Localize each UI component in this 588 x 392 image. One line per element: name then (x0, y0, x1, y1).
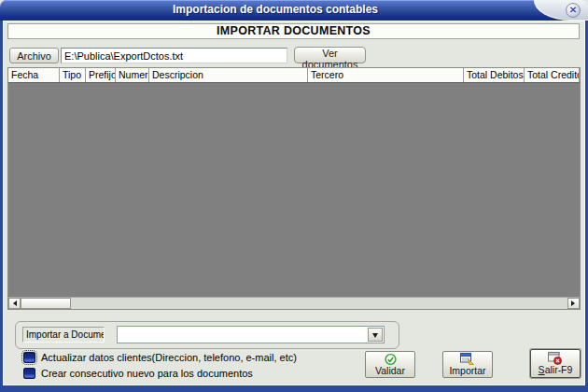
ver-documentos-button[interactable]: Ver documentos (294, 47, 366, 63)
salir-button[interactable]: Salir-F9 (530, 349, 581, 378)
grid-column-header-tipo[interactable]: Tipo (60, 68, 86, 82)
importar-button[interactable]: Importar (442, 351, 493, 378)
horizontal-scrollbar[interactable] (8, 297, 580, 309)
document-type-combobox[interactable] (117, 326, 385, 343)
scrollbar-track[interactable] (71, 298, 567, 309)
grid-body-empty[interactable] (8, 83, 580, 297)
validate-check-icon (384, 353, 398, 366)
exit-window-icon (548, 352, 563, 365)
grid-header: FechaTipoPrefijoNumeroDescripcionTercero… (8, 68, 580, 83)
grid-column-header-numero[interactable]: Numero (116, 68, 149, 82)
file-path-input[interactable] (61, 48, 287, 63)
titlebar[interactable]: Importacion de documentos contables (0, 0, 588, 21)
arrow-left-icon (10, 301, 17, 306)
import-documents-window: Importacion de documentos contables ✕ IM… (0, 0, 588, 392)
scrollbar-thumb[interactable] (21, 298, 71, 309)
validar-label: Validar (375, 366, 405, 376)
import-target-label: Importar a Documento (22, 327, 105, 343)
close-button[interactable]: ✕ (566, 3, 581, 18)
archivo-button[interactable]: Archivo (9, 48, 59, 63)
grid-column-header-total-creditos[interactable]: Total Creditos (525, 68, 580, 82)
scroll-right-arrow[interactable] (567, 298, 580, 309)
update-clients-label: Actualizar datos clientes(Direccion, tel… (41, 352, 297, 363)
page-title: IMPORTAR DOCUMENTOS (7, 23, 580, 39)
grid-column-header-descripcion[interactable]: Descripcion (149, 68, 308, 82)
window-title: Importacion de documentos contables (0, 3, 551, 16)
close-icon: ✕ (569, 6, 577, 15)
validar-button[interactable]: Validar (365, 351, 415, 378)
scroll-left-arrow[interactable] (8, 298, 21, 309)
grid-column-header-tercero[interactable]: Tercero (308, 68, 464, 82)
import-form-icon (460, 353, 475, 366)
update-clients-checkbox[interactable] (23, 352, 35, 363)
combobox-dropdown-button[interactable] (368, 328, 383, 342)
grid-column-header-total-debitos[interactable]: Total Debitos (464, 68, 525, 82)
new-consecutive-label: Crear consecutivo nuevo para los documen… (41, 368, 253, 379)
chevron-down-icon (372, 333, 378, 341)
importar-label: Importar (449, 366, 485, 376)
arrow-right-icon (571, 301, 578, 306)
grid-column-header-prefijo[interactable]: Prefijo (86, 68, 116, 82)
new-consecutive-checkbox[interactable] (23, 368, 35, 379)
grid-column-header-fecha[interactable]: Fecha (8, 68, 60, 82)
documents-grid: FechaTipoPrefijoNumeroDescripcionTercero… (7, 67, 581, 310)
salir-label: Salir-F9 (539, 365, 573, 375)
